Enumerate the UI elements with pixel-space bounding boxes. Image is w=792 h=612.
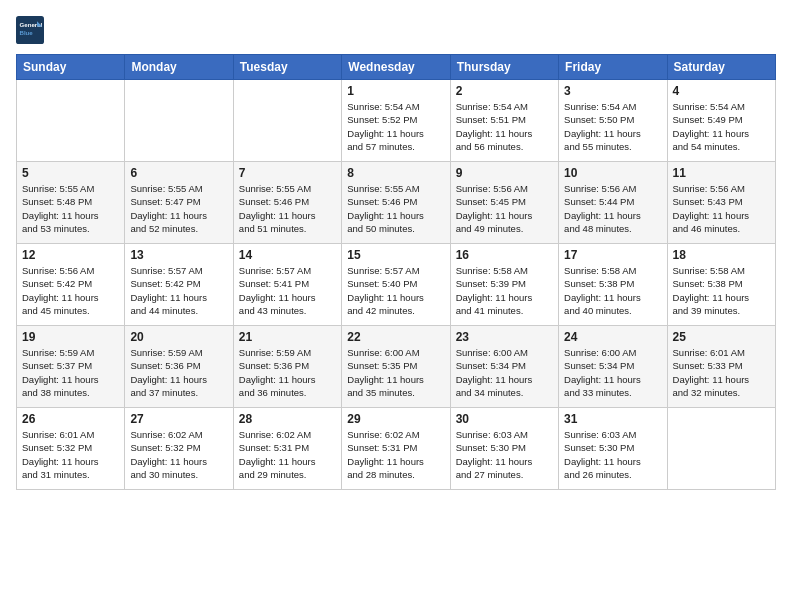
calendar-week-row: 12Sunrise: 5:56 AM Sunset: 5:42 PM Dayli… [17,244,776,326]
calendar-week-row: 1Sunrise: 5:54 AM Sunset: 5:52 PM Daylig… [17,80,776,162]
day-info: Sunrise: 6:02 AM Sunset: 5:31 PM Dayligh… [239,428,336,481]
calendar-header-row: SundayMondayTuesdayWednesdayThursdayFrid… [17,55,776,80]
day-info: Sunrise: 5:55 AM Sunset: 5:46 PM Dayligh… [347,182,444,235]
day-number: 3 [564,84,661,98]
day-info: Sunrise: 6:01 AM Sunset: 5:32 PM Dayligh… [22,428,119,481]
calendar-cell: 23Sunrise: 6:00 AM Sunset: 5:34 PM Dayli… [450,326,558,408]
calendar-cell [17,80,125,162]
calendar-cell: 29Sunrise: 6:02 AM Sunset: 5:31 PM Dayli… [342,408,450,490]
svg-text:Blue: Blue [20,29,34,36]
day-number: 1 [347,84,444,98]
day-info: Sunrise: 5:59 AM Sunset: 5:37 PM Dayligh… [22,346,119,399]
calendar-cell: 27Sunrise: 6:02 AM Sunset: 5:32 PM Dayli… [125,408,233,490]
day-number: 27 [130,412,227,426]
calendar-cell: 15Sunrise: 5:57 AM Sunset: 5:40 PM Dayli… [342,244,450,326]
day-number: 24 [564,330,661,344]
day-info: Sunrise: 6:00 AM Sunset: 5:35 PM Dayligh… [347,346,444,399]
day-info: Sunrise: 6:03 AM Sunset: 5:30 PM Dayligh… [456,428,553,481]
calendar-cell: 2Sunrise: 5:54 AM Sunset: 5:51 PM Daylig… [450,80,558,162]
day-number: 12 [22,248,119,262]
day-info: Sunrise: 5:56 AM Sunset: 5:42 PM Dayligh… [22,264,119,317]
calendar-cell: 24Sunrise: 6:00 AM Sunset: 5:34 PM Dayli… [559,326,667,408]
day-number: 16 [456,248,553,262]
header-thursday: Thursday [450,55,558,80]
calendar-cell: 7Sunrise: 5:55 AM Sunset: 5:46 PM Daylig… [233,162,341,244]
day-number: 29 [347,412,444,426]
header-wednesday: Wednesday [342,55,450,80]
calendar-cell: 6Sunrise: 5:55 AM Sunset: 5:47 PM Daylig… [125,162,233,244]
day-info: Sunrise: 5:59 AM Sunset: 5:36 PM Dayligh… [130,346,227,399]
calendar-week-row: 19Sunrise: 5:59 AM Sunset: 5:37 PM Dayli… [17,326,776,408]
day-info: Sunrise: 5:54 AM Sunset: 5:51 PM Dayligh… [456,100,553,153]
day-info: Sunrise: 5:58 AM Sunset: 5:38 PM Dayligh… [673,264,770,317]
calendar-cell: 16Sunrise: 5:58 AM Sunset: 5:39 PM Dayli… [450,244,558,326]
calendar-cell: 10Sunrise: 5:56 AM Sunset: 5:44 PM Dayli… [559,162,667,244]
day-number: 14 [239,248,336,262]
header-sunday: Sunday [17,55,125,80]
day-number: 20 [130,330,227,344]
day-info: Sunrise: 5:54 AM Sunset: 5:50 PM Dayligh… [564,100,661,153]
calendar-cell: 12Sunrise: 5:56 AM Sunset: 5:42 PM Dayli… [17,244,125,326]
day-number: 18 [673,248,770,262]
day-info: Sunrise: 5:55 AM Sunset: 5:48 PM Dayligh… [22,182,119,235]
calendar-cell: 13Sunrise: 5:57 AM Sunset: 5:42 PM Dayli… [125,244,233,326]
calendar-cell: 18Sunrise: 5:58 AM Sunset: 5:38 PM Dayli… [667,244,775,326]
day-info: Sunrise: 5:56 AM Sunset: 5:44 PM Dayligh… [564,182,661,235]
day-number: 8 [347,166,444,180]
calendar-cell: 25Sunrise: 6:01 AM Sunset: 5:33 PM Dayli… [667,326,775,408]
calendar-cell: 8Sunrise: 5:55 AM Sunset: 5:46 PM Daylig… [342,162,450,244]
header-saturday: Saturday [667,55,775,80]
day-info: Sunrise: 6:00 AM Sunset: 5:34 PM Dayligh… [564,346,661,399]
day-info: Sunrise: 6:03 AM Sunset: 5:30 PM Dayligh… [564,428,661,481]
day-number: 4 [673,84,770,98]
day-info: Sunrise: 5:57 AM Sunset: 5:41 PM Dayligh… [239,264,336,317]
day-number: 6 [130,166,227,180]
calendar-cell: 3Sunrise: 5:54 AM Sunset: 5:50 PM Daylig… [559,80,667,162]
calendar-cell: 19Sunrise: 5:59 AM Sunset: 5:37 PM Dayli… [17,326,125,408]
day-number: 21 [239,330,336,344]
calendar-week-row: 5Sunrise: 5:55 AM Sunset: 5:48 PM Daylig… [17,162,776,244]
day-info: Sunrise: 5:59 AM Sunset: 5:36 PM Dayligh… [239,346,336,399]
logo-icon: General Blue [16,16,44,44]
logo: General Blue [16,16,48,44]
day-info: Sunrise: 5:54 AM Sunset: 5:52 PM Dayligh… [347,100,444,153]
day-number: 13 [130,248,227,262]
header-monday: Monday [125,55,233,80]
day-info: Sunrise: 5:55 AM Sunset: 5:47 PM Dayligh… [130,182,227,235]
day-number: 23 [456,330,553,344]
day-info: Sunrise: 6:02 AM Sunset: 5:32 PM Dayligh… [130,428,227,481]
day-number: 30 [456,412,553,426]
calendar-cell: 4Sunrise: 5:54 AM Sunset: 5:49 PM Daylig… [667,80,775,162]
day-info: Sunrise: 5:55 AM Sunset: 5:46 PM Dayligh… [239,182,336,235]
calendar-cell: 22Sunrise: 6:00 AM Sunset: 5:35 PM Dayli… [342,326,450,408]
calendar-cell: 20Sunrise: 5:59 AM Sunset: 5:36 PM Dayli… [125,326,233,408]
calendar-cell: 1Sunrise: 5:54 AM Sunset: 5:52 PM Daylig… [342,80,450,162]
day-info: Sunrise: 5:57 AM Sunset: 5:42 PM Dayligh… [130,264,227,317]
calendar-cell: 5Sunrise: 5:55 AM Sunset: 5:48 PM Daylig… [17,162,125,244]
day-number: 28 [239,412,336,426]
calendar-cell [233,80,341,162]
day-number: 15 [347,248,444,262]
day-info: Sunrise: 5:54 AM Sunset: 5:49 PM Dayligh… [673,100,770,153]
calendar-cell: 31Sunrise: 6:03 AM Sunset: 5:30 PM Dayli… [559,408,667,490]
day-number: 19 [22,330,119,344]
calendar-cell: 21Sunrise: 5:59 AM Sunset: 5:36 PM Dayli… [233,326,341,408]
day-number: 7 [239,166,336,180]
calendar-table: SundayMondayTuesdayWednesdayThursdayFrid… [16,54,776,490]
calendar-cell: 30Sunrise: 6:03 AM Sunset: 5:30 PM Dayli… [450,408,558,490]
calendar-cell: 9Sunrise: 5:56 AM Sunset: 5:45 PM Daylig… [450,162,558,244]
day-info: Sunrise: 6:00 AM Sunset: 5:34 PM Dayligh… [456,346,553,399]
day-info: Sunrise: 5:57 AM Sunset: 5:40 PM Dayligh… [347,264,444,317]
day-number: 17 [564,248,661,262]
calendar-cell [125,80,233,162]
day-number: 22 [347,330,444,344]
calendar-cell: 11Sunrise: 5:56 AM Sunset: 5:43 PM Dayli… [667,162,775,244]
header-tuesday: Tuesday [233,55,341,80]
day-number: 2 [456,84,553,98]
calendar-week-row: 26Sunrise: 6:01 AM Sunset: 5:32 PM Dayli… [17,408,776,490]
day-number: 5 [22,166,119,180]
day-info: Sunrise: 5:56 AM Sunset: 5:43 PM Dayligh… [673,182,770,235]
day-number: 10 [564,166,661,180]
calendar-cell: 28Sunrise: 6:02 AM Sunset: 5:31 PM Dayli… [233,408,341,490]
day-number: 31 [564,412,661,426]
